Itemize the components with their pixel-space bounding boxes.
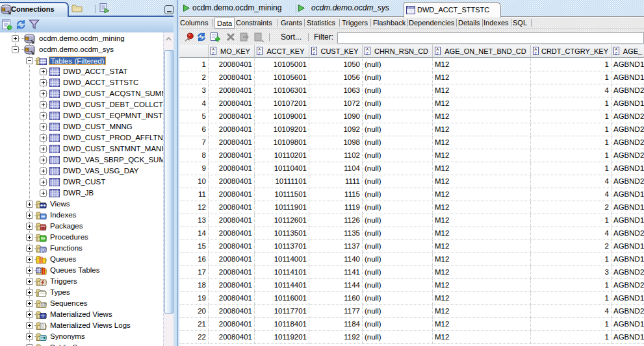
svg-text:12: 12 [41,303,46,307]
svg-text:(x): (x) [40,247,45,253]
